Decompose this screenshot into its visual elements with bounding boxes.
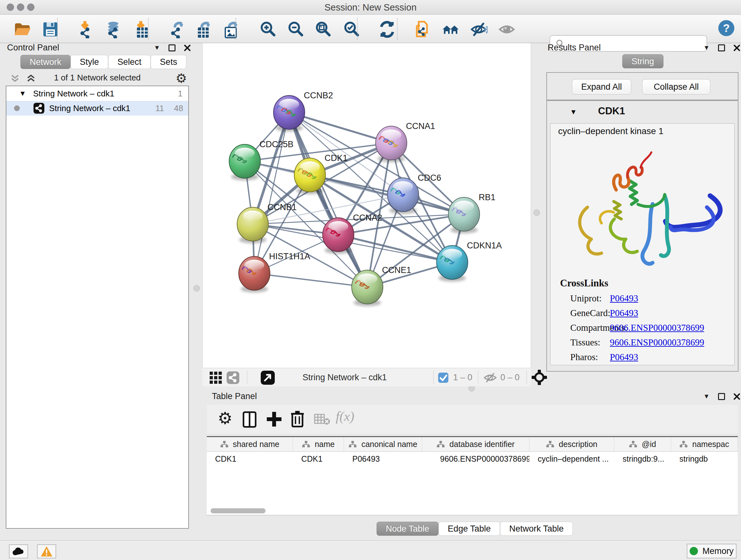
- crosslink-label: Uniprot:: [550, 293, 610, 304]
- crosslink-link[interactable]: P06493: [610, 293, 638, 304]
- close-panel-icon[interactable]: [184, 44, 191, 51]
- table-horizontal-scrollbar[interactable]: [211, 508, 266, 513]
- import-network-icon[interactable]: [78, 20, 96, 38]
- column-header-canonical-name[interactable]: canonical name: [344, 437, 422, 451]
- import-database-icon[interactable]: [105, 20, 122, 38]
- toolbar-separator: [235, 18, 236, 40]
- table-settings-gear-icon[interactable]: ⚙: [218, 409, 232, 428]
- right-splitter-grip[interactable]: [534, 209, 540, 216]
- column-header-@id[interactable]: @id: [614, 437, 671, 451]
- add-column-icon[interactable]: [266, 411, 282, 428]
- network-node-CDC6[interactable]: CDC6: [387, 173, 441, 214]
- node-table[interactable]: shared namenamecanonical namedatabase id…: [207, 436, 738, 515]
- network-canvas[interactable]: CCNB2CCNA1CDC25BCDK1CDC6RB1CCNB1CCNA2CDK…: [202, 43, 531, 368]
- refresh-icon[interactable]: [378, 20, 396, 38]
- section-expander-icon[interactable]: ▼: [570, 108, 577, 116]
- tab-string[interactable]: String: [622, 54, 664, 68]
- collapse-panel-icon[interactable]: ▼: [703, 393, 710, 400]
- network-node-CCNE1[interactable]: CCNE1: [352, 265, 411, 306]
- gray-eye-icon[interactable]: [498, 20, 516, 38]
- tab-sets[interactable]: Sets: [151, 55, 186, 69]
- network-collection-row[interactable]: ▼ String Network – cdk1 1: [6, 86, 188, 101]
- zoom-fit-icon[interactable]: [315, 20, 333, 38]
- open-in-window-icon[interactable]: [260, 370, 275, 385]
- selected-checkbox-icon[interactable]: [438, 372, 449, 383]
- expand-all-button[interactable]: Expand All: [572, 79, 631, 95]
- delete-column-icon[interactable]: [290, 410, 305, 428]
- memory-button[interactable]: Memory: [687, 544, 737, 558]
- collection-expander-icon[interactable]: ▼: [19, 89, 26, 98]
- table-row[interactable]: CDK1CDK1P064939606.ENSP00000378699cyclin…: [207, 452, 738, 466]
- cell-namespac[interactable]: stringdb: [671, 452, 738, 466]
- node-label: CDC25B: [259, 139, 293, 149]
- svg-text:?: ?: [723, 22, 730, 34]
- column-header-description[interactable]: description: [529, 437, 614, 451]
- close-panel-icon[interactable]: [733, 44, 740, 51]
- collapse-all-button[interactable]: Collapse All: [642, 79, 711, 95]
- cell-@id[interactable]: stringdb:9...: [614, 452, 671, 466]
- collapse-panel-icon[interactable]: ▼: [703, 44, 710, 51]
- column-header-shared-name[interactable]: shared name: [207, 437, 293, 451]
- column-header-name[interactable]: name: [293, 437, 344, 451]
- export-image-icon[interactable]: [223, 20, 241, 38]
- cloud-button[interactable]: [9, 544, 28, 558]
- node-label: CCNA1: [406, 121, 435, 131]
- main-toolbar: ?: [0, 15, 741, 43]
- crosslink-row: Uniprot:P06493: [550, 291, 735, 306]
- tab-network-table[interactable]: Network Table: [500, 522, 573, 536]
- cell-name[interactable]: CDK1: [293, 452, 344, 466]
- grid-view-icon[interactable]: [209, 371, 222, 384]
- save-icon[interactable]: [42, 20, 59, 38]
- network-share-view-icon[interactable]: [226, 371, 240, 384]
- network-node-RB1[interactable]: RB1: [448, 192, 495, 233]
- tab-node-table[interactable]: Node Table: [377, 522, 439, 536]
- network-options-gear-icon[interactable]: ⚙: [176, 71, 187, 85]
- tab-style[interactable]: Style: [71, 55, 108, 69]
- houses-icon[interactable]: [442, 20, 460, 38]
- cell-shared-name[interactable]: CDK1: [207, 452, 293, 466]
- float-panel-icon[interactable]: [718, 393, 725, 400]
- network-node-CDKN1A[interactable]: CDKN1A: [436, 241, 502, 282]
- zoom-out-icon[interactable]: [287, 20, 305, 38]
- zoom-selected-icon[interactable]: [343, 20, 361, 38]
- split-columns-icon[interactable]: [243, 411, 257, 428]
- cell-description[interactable]: cyclin–dependent ...: [529, 452, 614, 466]
- open-folder-icon[interactable]: [13, 20, 31, 38]
- node-label: CDKN1A: [467, 241, 502, 250]
- export-table-icon[interactable]: [195, 20, 213, 38]
- crosslink-link[interactable]: P06493: [610, 352, 638, 362]
- tab-select[interactable]: Select: [108, 55, 151, 69]
- fit-selected-crosshair-icon[interactable]: [532, 370, 547, 385]
- import-table-icon[interactable]: [134, 20, 151, 38]
- crosslink-link[interactable]: 9606.ENSP00000378699: [610, 322, 704, 333]
- export-network-icon[interactable]: [169, 20, 186, 38]
- tab-edge-table[interactable]: Edge Table: [439, 522, 500, 536]
- left-splitter-grip[interactable]: [193, 285, 200, 292]
- hide-eye-icon[interactable]: [470, 20, 488, 38]
- zoom-in-icon[interactable]: [259, 20, 277, 38]
- warning-icon: [40, 546, 53, 557]
- crosslink-link[interactable]: 9606.ENSP00000378699: [610, 337, 704, 348]
- network-graph[interactable]: CCNB2CCNA1CDC25BCDK1CDC6RB1CCNB1CCNA2CDK…: [203, 43, 531, 368]
- crosslink-link[interactable]: P06493: [610, 308, 638, 318]
- crosslink-row: Compartments:9606.ENSP00000378699: [550, 320, 735, 335]
- delete-table-icon[interactable]: [314, 413, 331, 425]
- warnings-button[interactable]: [37, 544, 56, 558]
- column-header-namespac[interactable]: namespac: [671, 437, 738, 451]
- copy-network-document-icon[interactable]: [414, 20, 432, 38]
- cell-canonical-name[interactable]: P06493: [344, 452, 422, 466]
- float-panel-icon[interactable]: [169, 44, 176, 51]
- collapse-panel-icon[interactable]: ▼: [154, 44, 160, 51]
- crosslink-label: Tissues:: [550, 337, 610, 348]
- help-icon[interactable]: ?: [718, 19, 735, 37]
- network-row-selected[interactable]: String Network – cdk1 11 48: [6, 101, 188, 116]
- gene-name: CDK1: [598, 105, 625, 117]
- network-node-HIST1H1A[interactable]: HIST1H1A: [239, 252, 310, 293]
- cell-database-identifier[interactable]: 9606.ENSP00000378699: [422, 452, 529, 466]
- close-panel-icon[interactable]: [733, 393, 740, 400]
- float-panel-icon[interactable]: [718, 44, 725, 51]
- tab-network[interactable]: Network: [20, 55, 71, 69]
- column-header-database-identifier[interactable]: database identifier: [422, 437, 529, 451]
- function-builder-icon[interactable]: f(x): [336, 409, 354, 424]
- gene-details: cyclin–dependent kinase 1: [550, 123, 735, 365]
